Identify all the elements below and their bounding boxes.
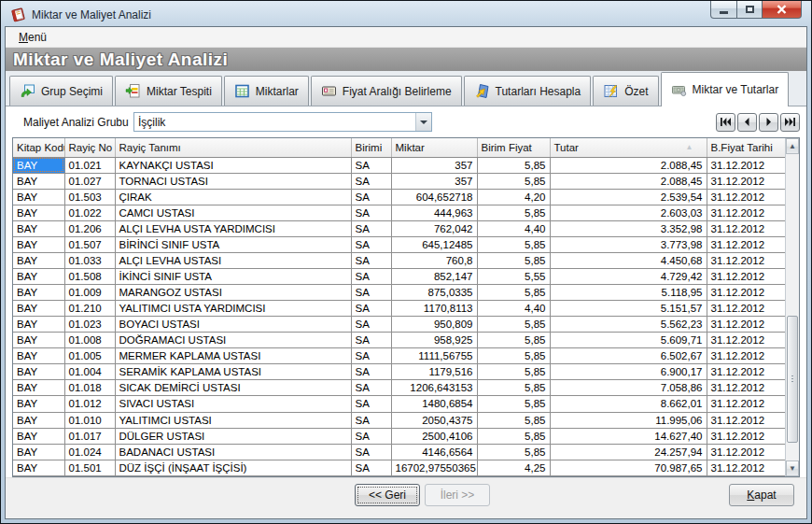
grid-cell[interactable]: 3.352,98 bbox=[550, 220, 707, 236]
grid-cell[interactable]: SA bbox=[351, 333, 391, 348]
grid-cell[interactable]: 2.088,45 bbox=[550, 157, 707, 173]
grid-cell[interactable]: BAY bbox=[13, 157, 64, 173]
scrollbar-thumb[interactable] bbox=[787, 316, 798, 443]
grid-cell[interactable]: BAY bbox=[13, 396, 64, 412]
grid-cell[interactable]: 24.257,94 bbox=[550, 444, 707, 460]
grid-cell[interactable]: 5,85 bbox=[477, 348, 550, 364]
grid-cell[interactable]: KAYNAKÇI USTASI bbox=[115, 157, 351, 173]
grid-cell[interactable]: SA bbox=[351, 157, 391, 173]
grid-cell[interactable]: 01.027 bbox=[64, 173, 115, 189]
grid-cell[interactable]: 31.12.2012 bbox=[707, 205, 785, 220]
grid-cell[interactable]: 11.995,06 bbox=[550, 412, 707, 428]
grid-cell[interactable]: SIVACI USTASI bbox=[115, 396, 351, 412]
grid-cell[interactable]: BOYACI USTASI bbox=[115, 317, 351, 333]
grid-cell[interactable]: SA bbox=[351, 317, 391, 333]
grid-cell[interactable]: 01.021 bbox=[64, 157, 115, 173]
grid-cell[interactable]: 2.539,54 bbox=[550, 189, 707, 205]
grid-cell[interactable]: ALÇI LEVHA USTA YARDIMCISI bbox=[115, 220, 351, 236]
grid-cell[interactable]: DÜZ İŞÇİ (İNŞAAT İŞÇİSİ) bbox=[115, 460, 351, 475]
grid-cell[interactable]: 31.12.2012 bbox=[707, 220, 785, 236]
grid-cell[interactable]: 01.206 bbox=[64, 220, 115, 236]
grid-cell[interactable]: BAY bbox=[13, 285, 64, 301]
grid-cell[interactable]: 5,85 bbox=[477, 317, 550, 333]
grid-cell[interactable]: 01.012 bbox=[64, 396, 115, 412]
table-row[interactable]: BAY01.501DÜZ İŞÇİ (İNŞAAT İŞÇİSİ)SA16702… bbox=[13, 460, 785, 475]
last-record-button[interactable] bbox=[780, 113, 800, 132]
grid-cell[interactable]: 6.900,17 bbox=[550, 364, 707, 380]
grid-cell[interactable]: 01.009 bbox=[64, 285, 115, 301]
table-row[interactable]: BAY01.508İKİNCİ SINIF USTASA852,1475,554… bbox=[13, 268, 785, 284]
grid-cell[interactable]: 444,963 bbox=[391, 205, 477, 220]
table-row[interactable]: BAY01.009MARANGOZ USTASISA875,03355,855.… bbox=[13, 285, 785, 301]
grid-cell[interactable]: 5,85 bbox=[477, 396, 550, 412]
grid-cell[interactable]: 31.12.2012 bbox=[707, 301, 785, 317]
table-row[interactable]: BAY01.004SERAMİK KAPLAMA USTASISA1179,51… bbox=[13, 364, 785, 380]
back-button[interactable]: << Geri bbox=[355, 484, 420, 506]
grid-cell[interactable]: 5,85 bbox=[477, 236, 550, 252]
grid-cell[interactable]: MARANGOZ USTASI bbox=[115, 285, 351, 301]
grid-cell[interactable]: 958,925 bbox=[391, 333, 477, 348]
grid-cell[interactable]: TORNACI USTASI bbox=[115, 173, 351, 189]
grid-cell[interactable]: 5,85 bbox=[477, 444, 550, 460]
grid-cell[interactable]: 01.503 bbox=[64, 189, 115, 205]
grid-cell[interactable]: 31.12.2012 bbox=[707, 460, 785, 475]
grid-cell[interactable]: BAY bbox=[13, 348, 64, 364]
grid-cell[interactable]: BAY bbox=[13, 236, 64, 252]
table-row[interactable]: BAY01.024BADANACI USTASISA4146,65645,852… bbox=[13, 444, 785, 460]
grid-cell[interactable]: 31.12.2012 bbox=[707, 412, 785, 428]
grid-cell[interactable]: 01.004 bbox=[64, 364, 115, 380]
table-row[interactable]: BAY01.005MERMER KAPLAMA USTASISA1111,567… bbox=[13, 348, 785, 364]
grid-cell[interactable]: 2050,4375 bbox=[391, 412, 477, 428]
grid-cell[interactable]: SA bbox=[351, 205, 391, 220]
grid-cell[interactable]: 01.508 bbox=[64, 268, 115, 284]
grid-cell[interactable]: 4,40 bbox=[477, 301, 550, 317]
grid-cell[interactable]: 01.010 bbox=[64, 412, 115, 428]
grid-cell[interactable]: 31.12.2012 bbox=[707, 348, 785, 364]
grid-cell[interactable]: 4146,6564 bbox=[391, 444, 477, 460]
grid-cell[interactable]: BAY bbox=[13, 317, 64, 333]
grid-cell[interactable]: 31.12.2012 bbox=[707, 396, 785, 412]
table-row[interactable]: BAY01.012SIVACI USTASISA1480,68545,858.6… bbox=[13, 396, 785, 412]
grid-cell[interactable]: 31.12.2012 bbox=[707, 380, 785, 396]
grid-cell[interactable]: 5,85 bbox=[477, 285, 550, 301]
grid-cell[interactable]: BİRİNCİ SINIF USTA bbox=[115, 236, 351, 252]
grid-cell[interactable]: 31.12.2012 bbox=[707, 285, 785, 301]
combo-dropdown-button[interactable] bbox=[415, 113, 431, 131]
grid-cell[interactable]: 31.12.2012 bbox=[707, 333, 785, 348]
first-record-button[interactable] bbox=[716, 113, 735, 132]
grid-cell[interactable]: BAY bbox=[13, 189, 64, 205]
grid-cell[interactable]: 31.12.2012 bbox=[707, 444, 785, 460]
grid-cell[interactable]: 357 bbox=[391, 157, 477, 173]
maximize-button[interactable] bbox=[737, 1, 763, 19]
column-header-miktar[interactable]: Miktar bbox=[391, 138, 477, 157]
grid-cell[interactable]: SA bbox=[351, 189, 391, 205]
grid-cell[interactable]: 1480,6854 bbox=[391, 396, 477, 412]
scroll-up-button[interactable]: ▲ bbox=[786, 138, 799, 154]
grid-cell[interactable]: İKİNCİ SINIF USTA bbox=[115, 268, 351, 284]
column-header-rayic-tanimi[interactable]: Rayiç Tanımı bbox=[115, 138, 351, 157]
grid-cell[interactable]: 1179,516 bbox=[391, 364, 477, 380]
grid-cell[interactable]: BAY bbox=[13, 444, 64, 460]
grid-cell[interactable]: BAY bbox=[13, 205, 64, 220]
grid-cell[interactable]: 604,652718 bbox=[391, 189, 477, 205]
grid-cell[interactable]: 5.609,71 bbox=[550, 333, 707, 348]
grid-cell[interactable]: SA bbox=[351, 252, 391, 268]
grid-cell[interactable]: 5,85 bbox=[477, 157, 550, 173]
grid-cell[interactable]: SERAMİK KAPLAMA USTASI bbox=[115, 364, 351, 380]
grid-cell[interactable]: 5,85 bbox=[477, 380, 550, 396]
column-header-tutar[interactable]: Tutar▲ bbox=[550, 138, 707, 157]
column-header-birimi[interactable]: Birimi bbox=[351, 138, 391, 157]
table-row[interactable]: BAY01.503ÇIRAKSA604,6527184,202.539,5431… bbox=[13, 189, 785, 205]
grid-cell[interactable]: BAY bbox=[13, 380, 64, 396]
table-row[interactable]: BAY01.507BİRİNCİ SINIF USTASA645,124855,… bbox=[13, 236, 785, 252]
minimize-button[interactable] bbox=[710, 1, 737, 19]
grid-cell[interactable]: 01.501 bbox=[64, 460, 115, 475]
scroll-down-button[interactable]: ▼ bbox=[786, 460, 799, 476]
grid-cell[interactable]: BAY bbox=[13, 252, 64, 268]
close-dialog-button[interactable]: Kapat bbox=[729, 484, 794, 506]
table-row[interactable]: BAY01.027TORNACI USTASISA3575,852.088,45… bbox=[13, 173, 785, 189]
grid-cell[interactable]: SA bbox=[351, 460, 391, 475]
grid-cell[interactable]: 31.12.2012 bbox=[707, 252, 785, 268]
grid-cell[interactable]: MERMER KAPLAMA USTASI bbox=[115, 348, 351, 364]
grid-cell[interactable]: 6.502,67 bbox=[550, 348, 707, 364]
